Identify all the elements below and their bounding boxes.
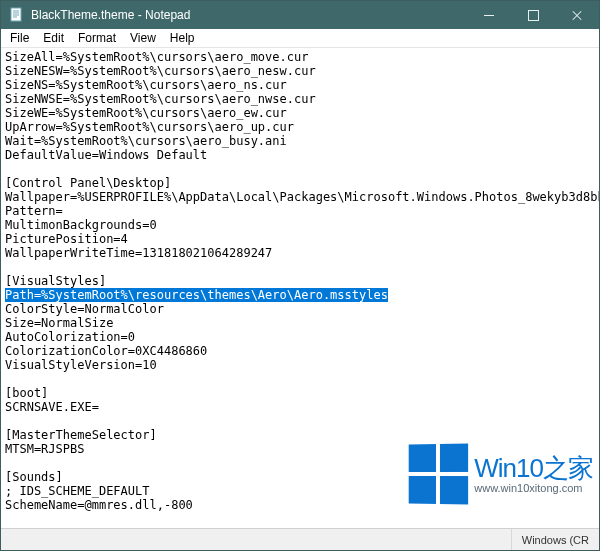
editor-line[interactable] <box>5 456 595 470</box>
editor-line[interactable]: Path=%SystemRoot%\resources\themes\Aero\… <box>5 288 595 302</box>
selected-text[interactable]: Path=%SystemRoot%\resources\themes\Aero\… <box>5 288 388 302</box>
editor-line[interactable]: AutoColorization=0 <box>5 330 595 344</box>
editor-content[interactable]: SizeAll=%SystemRoot%\cursors\aero_move.c… <box>1 48 599 514</box>
editor-line[interactable]: SizeNS=%SystemRoot%\cursors\aero_ns.cur <box>5 78 595 92</box>
menu-edit[interactable]: Edit <box>36 30 71 46</box>
editor-line[interactable]: DefaultValue=Windows Default <box>5 148 595 162</box>
editor-line[interactable]: [boot] <box>5 386 595 400</box>
editor-line[interactable]: UpArrow=%SystemRoot%\cursors\aero_up.cur <box>5 120 595 134</box>
editor-line[interactable]: SizeNWSE=%SystemRoot%\cursors\aero_nwse.… <box>5 92 595 106</box>
editor-line[interactable] <box>5 162 595 176</box>
window-controls <box>467 1 599 29</box>
menu-file[interactable]: File <box>3 30 36 46</box>
editor-line[interactable]: ; IDS_SCHEME_DEFAULT <box>5 484 595 498</box>
menu-format[interactable]: Format <box>71 30 123 46</box>
status-bar: Windows (CR <box>1 528 599 550</box>
editor-line[interactable]: SizeAll=%SystemRoot%\cursors\aero_move.c… <box>5 50 595 64</box>
title-bar[interactable]: BlackTheme.theme - Notepad <box>1 1 599 29</box>
menu-help[interactable]: Help <box>163 30 202 46</box>
menu-bar: File Edit Format View Help <box>1 29 599 48</box>
editor-line[interactable]: Wait=%SystemRoot%\cursors\aero_busy.ani <box>5 134 595 148</box>
status-encoding: Windows (CR <box>511 529 599 550</box>
editor-line[interactable]: [Control Panel\Desktop] <box>5 176 595 190</box>
window-title: BlackTheme.theme - Notepad <box>31 8 467 22</box>
editor-line[interactable]: [MasterThemeSelector] <box>5 428 595 442</box>
editor-line[interactable]: SizeNESW=%SystemRoot%\cursors\aero_nesw.… <box>5 64 595 78</box>
text-editor[interactable]: SizeAll=%SystemRoot%\cursors\aero_move.c… <box>1 48 599 528</box>
editor-line[interactable]: ColorizationColor=0XC4486860 <box>5 344 595 358</box>
editor-line[interactable]: [VisualStyles] <box>5 274 595 288</box>
editor-line[interactable]: SizeWE=%SystemRoot%\cursors\aero_ew.cur <box>5 106 595 120</box>
notepad-icon <box>9 7 25 23</box>
editor-line[interactable]: SCRNSAVE.EXE= <box>5 400 595 414</box>
notepad-window: BlackTheme.theme - Notepad File Edit For… <box>0 0 600 551</box>
editor-line[interactable] <box>5 260 595 274</box>
editor-line[interactable]: SchemeName=@mmres.dll,-800 <box>5 498 595 512</box>
menu-view[interactable]: View <box>123 30 163 46</box>
minimize-button[interactable] <box>467 1 511 29</box>
maximize-button[interactable] <box>511 1 555 29</box>
editor-line[interactable]: Pattern= <box>5 204 595 218</box>
editor-line[interactable] <box>5 414 595 428</box>
editor-line[interactable] <box>5 372 595 386</box>
editor-line[interactable]: MultimonBackgrounds=0 <box>5 218 595 232</box>
editor-line[interactable]: [Sounds] <box>5 470 595 484</box>
close-button[interactable] <box>555 1 599 29</box>
editor-line[interactable]: WallpaperWriteTime=131818021064289247 <box>5 246 595 260</box>
editor-line[interactable]: Wallpaper=%USERPROFILE%\AppData\Local\Pa… <box>5 190 595 204</box>
editor-line[interactable]: ColorStyle=NormalColor <box>5 302 595 316</box>
editor-line[interactable]: Size=NormalSize <box>5 316 595 330</box>
editor-line[interactable]: VisualStyleVersion=10 <box>5 358 595 372</box>
editor-line[interactable]: MTSM=RJSPBS <box>5 442 595 456</box>
editor-line[interactable]: PicturePosition=4 <box>5 232 595 246</box>
